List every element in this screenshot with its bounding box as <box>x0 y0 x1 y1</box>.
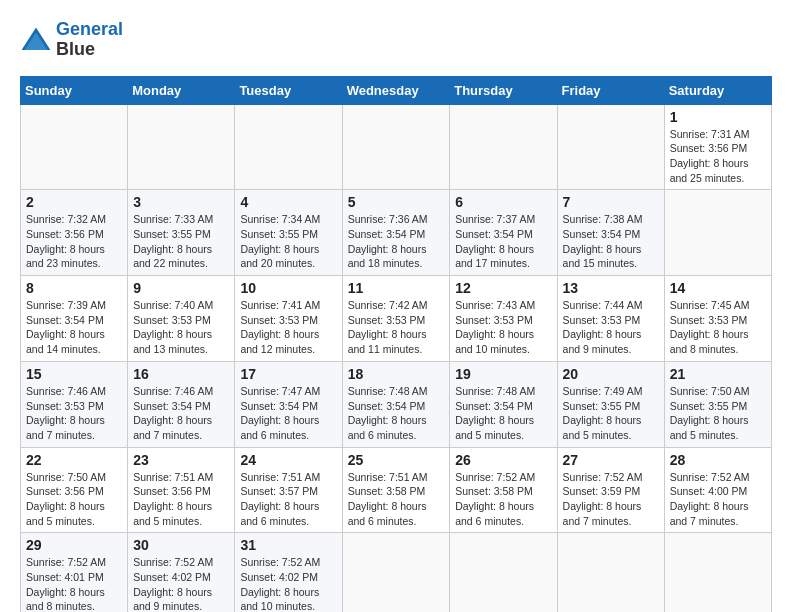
day-number: 16 <box>133 366 229 382</box>
day-info: Sunrise: 7:52 AMSunset: 4:01 PMDaylight:… <box>26 555 122 612</box>
day-number: 6 <box>455 194 551 210</box>
logo-text: General Blue <box>56 20 123 60</box>
day-number: 8 <box>26 280 122 296</box>
day-number: 12 <box>455 280 551 296</box>
day-info: Sunrise: 7:48 AMSunset: 3:54 PMDaylight:… <box>348 384 445 443</box>
calendar-cell <box>235 104 342 190</box>
calendar-cell: 10Sunrise: 7:41 AMSunset: 3:53 PMDayligh… <box>235 276 342 362</box>
calendar-cell: 20Sunrise: 7:49 AMSunset: 3:55 PMDayligh… <box>557 361 664 447</box>
calendar-cell <box>450 533 557 612</box>
calendar-cell: 27Sunrise: 7:52 AMSunset: 3:59 PMDayligh… <box>557 447 664 533</box>
day-info: Sunrise: 7:42 AMSunset: 3:53 PMDaylight:… <box>348 298 445 357</box>
day-info: Sunrise: 7:48 AMSunset: 3:54 PMDaylight:… <box>455 384 551 443</box>
calendar-cell <box>21 104 128 190</box>
calendar-cell <box>664 533 771 612</box>
logo-icon <box>20 26 52 54</box>
day-number: 7 <box>563 194 659 210</box>
calendar-cell: 19Sunrise: 7:48 AMSunset: 3:54 PMDayligh… <box>450 361 557 447</box>
calendar-cell <box>664 190 771 276</box>
day-number: 17 <box>240 366 336 382</box>
day-number: 22 <box>26 452 122 468</box>
day-info: Sunrise: 7:50 AMSunset: 3:55 PMDaylight:… <box>670 384 766 443</box>
day-number: 18 <box>348 366 445 382</box>
calendar-cell: 15Sunrise: 7:46 AMSunset: 3:53 PMDayligh… <box>21 361 128 447</box>
weekday-header: Monday <box>128 76 235 104</box>
weekday-header: Friday <box>557 76 664 104</box>
day-number: 3 <box>133 194 229 210</box>
day-number: 26 <box>455 452 551 468</box>
day-number: 9 <box>133 280 229 296</box>
calendar-week-row: 8Sunrise: 7:39 AMSunset: 3:54 PMDaylight… <box>21 276 772 362</box>
calendar-cell <box>450 104 557 190</box>
weekday-header: Wednesday <box>342 76 450 104</box>
day-number: 13 <box>563 280 659 296</box>
day-info: Sunrise: 7:37 AMSunset: 3:54 PMDaylight:… <box>455 212 551 271</box>
day-info: Sunrise: 7:49 AMSunset: 3:55 PMDaylight:… <box>563 384 659 443</box>
day-number: 20 <box>563 366 659 382</box>
calendar-cell: 3Sunrise: 7:33 AMSunset: 3:55 PMDaylight… <box>128 190 235 276</box>
calendar-cell: 26Sunrise: 7:52 AMSunset: 3:58 PMDayligh… <box>450 447 557 533</box>
day-number: 10 <box>240 280 336 296</box>
calendar-cell: 30Sunrise: 7:52 AMSunset: 4:02 PMDayligh… <box>128 533 235 612</box>
calendar-week-row: 29Sunrise: 7:52 AMSunset: 4:01 PMDayligh… <box>21 533 772 612</box>
day-info: Sunrise: 7:45 AMSunset: 3:53 PMDaylight:… <box>670 298 766 357</box>
day-number: 14 <box>670 280 766 296</box>
calendar-cell: 18Sunrise: 7:48 AMSunset: 3:54 PMDayligh… <box>342 361 450 447</box>
day-info: Sunrise: 7:36 AMSunset: 3:54 PMDaylight:… <box>348 212 445 271</box>
calendar-cell <box>342 533 450 612</box>
logo: General Blue <box>20 20 123 60</box>
calendar-cell: 6Sunrise: 7:37 AMSunset: 3:54 PMDaylight… <box>450 190 557 276</box>
calendar-cell: 12Sunrise: 7:43 AMSunset: 3:53 PMDayligh… <box>450 276 557 362</box>
calendar-cell: 24Sunrise: 7:51 AMSunset: 3:57 PMDayligh… <box>235 447 342 533</box>
day-number: 4 <box>240 194 336 210</box>
day-info: Sunrise: 7:41 AMSunset: 3:53 PMDaylight:… <box>240 298 336 357</box>
day-number: 24 <box>240 452 336 468</box>
day-number: 2 <box>26 194 122 210</box>
calendar-cell: 25Sunrise: 7:51 AMSunset: 3:58 PMDayligh… <box>342 447 450 533</box>
calendar-cell: 16Sunrise: 7:46 AMSunset: 3:54 PMDayligh… <box>128 361 235 447</box>
day-info: Sunrise: 7:51 AMSunset: 3:57 PMDaylight:… <box>240 470 336 529</box>
day-info: Sunrise: 7:31 AMSunset: 3:56 PMDaylight:… <box>670 127 766 186</box>
day-number: 11 <box>348 280 445 296</box>
calendar-week-row: 22Sunrise: 7:50 AMSunset: 3:56 PMDayligh… <box>21 447 772 533</box>
calendar-cell <box>128 104 235 190</box>
day-info: Sunrise: 7:52 AMSunset: 4:02 PMDaylight:… <box>240 555 336 612</box>
calendar-cell <box>557 104 664 190</box>
calendar-cell: 14Sunrise: 7:45 AMSunset: 3:53 PMDayligh… <box>664 276 771 362</box>
weekday-header: Tuesday <box>235 76 342 104</box>
day-number: 28 <box>670 452 766 468</box>
day-info: Sunrise: 7:52 AMSunset: 4:02 PMDaylight:… <box>133 555 229 612</box>
day-info: Sunrise: 7:40 AMSunset: 3:53 PMDaylight:… <box>133 298 229 357</box>
day-info: Sunrise: 7:33 AMSunset: 3:55 PMDaylight:… <box>133 212 229 271</box>
calendar-cell: 4Sunrise: 7:34 AMSunset: 3:55 PMDaylight… <box>235 190 342 276</box>
calendar-cell: 17Sunrise: 7:47 AMSunset: 3:54 PMDayligh… <box>235 361 342 447</box>
day-info: Sunrise: 7:52 AMSunset: 3:58 PMDaylight:… <box>455 470 551 529</box>
day-info: Sunrise: 7:34 AMSunset: 3:55 PMDaylight:… <box>240 212 336 271</box>
calendar-header-row: SundayMondayTuesdayWednesdayThursdayFrid… <box>21 76 772 104</box>
day-info: Sunrise: 7:38 AMSunset: 3:54 PMDaylight:… <box>563 212 659 271</box>
day-info: Sunrise: 7:43 AMSunset: 3:53 PMDaylight:… <box>455 298 551 357</box>
calendar-cell: 9Sunrise: 7:40 AMSunset: 3:53 PMDaylight… <box>128 276 235 362</box>
calendar-week-row: 1Sunrise: 7:31 AMSunset: 3:56 PMDaylight… <box>21 104 772 190</box>
calendar-cell: 7Sunrise: 7:38 AMSunset: 3:54 PMDaylight… <box>557 190 664 276</box>
calendar-cell: 22Sunrise: 7:50 AMSunset: 3:56 PMDayligh… <box>21 447 128 533</box>
calendar-cell: 1Sunrise: 7:31 AMSunset: 3:56 PMDaylight… <box>664 104 771 190</box>
day-info: Sunrise: 7:44 AMSunset: 3:53 PMDaylight:… <box>563 298 659 357</box>
page-header: General Blue <box>20 20 772 60</box>
day-info: Sunrise: 7:46 AMSunset: 3:54 PMDaylight:… <box>133 384 229 443</box>
day-info: Sunrise: 7:52 AMSunset: 3:59 PMDaylight:… <box>563 470 659 529</box>
day-number: 31 <box>240 537 336 553</box>
calendar-cell: 23Sunrise: 7:51 AMSunset: 3:56 PMDayligh… <box>128 447 235 533</box>
calendar-cell <box>557 533 664 612</box>
day-info: Sunrise: 7:51 AMSunset: 3:58 PMDaylight:… <box>348 470 445 529</box>
weekday-header: Saturday <box>664 76 771 104</box>
day-info: Sunrise: 7:51 AMSunset: 3:56 PMDaylight:… <box>133 470 229 529</box>
day-info: Sunrise: 7:32 AMSunset: 3:56 PMDaylight:… <box>26 212 122 271</box>
calendar-cell: 21Sunrise: 7:50 AMSunset: 3:55 PMDayligh… <box>664 361 771 447</box>
calendar-cell: 11Sunrise: 7:42 AMSunset: 3:53 PMDayligh… <box>342 276 450 362</box>
day-number: 25 <box>348 452 445 468</box>
calendar-week-row: 2Sunrise: 7:32 AMSunset: 3:56 PMDaylight… <box>21 190 772 276</box>
calendar-cell: 8Sunrise: 7:39 AMSunset: 3:54 PMDaylight… <box>21 276 128 362</box>
day-info: Sunrise: 7:39 AMSunset: 3:54 PMDaylight:… <box>26 298 122 357</box>
calendar-cell: 5Sunrise: 7:36 AMSunset: 3:54 PMDaylight… <box>342 190 450 276</box>
